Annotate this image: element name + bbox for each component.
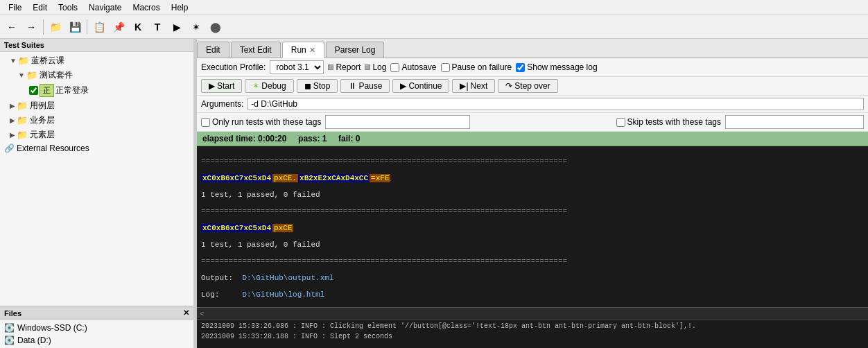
forward-button[interactable]: → [22, 18, 40, 36]
skip-checkbox[interactable] [616, 118, 625, 127]
show-message-label: Show message log [527, 62, 597, 72]
pause-button[interactable]: ⏸ Pause [340, 79, 390, 93]
tree-item-usecase[interactable]: ▶ 📁 用例层 [1, 98, 192, 113]
main-layout: Test Suites ▼ 📁 蓝桥云课 ▼ 📁 测试套件 [0, 39, 868, 348]
pass-count: pass: 1 [298, 134, 327, 143]
menu-bar: File Edit Tools Navigate Macros Help [0, 0, 868, 15]
tree-item-element[interactable]: ▶ 📁 元素层 [1, 128, 192, 142]
toolbar-sep-1 [43, 19, 44, 35]
test-checkbox[interactable] [29, 86, 38, 95]
drive-icon: 💽 [4, 336, 15, 345]
k-button[interactable]: K [129, 18, 147, 36]
only-run-tags-input[interactable] [325, 115, 470, 129]
exec-profile-select[interactable]: robot 3.1 [270, 60, 324, 74]
drive-icon: 💽 [4, 323, 15, 333]
files-item-c[interactable]: 💽 Windows-SSD (C:) [4, 322, 189, 334]
tags-row: Only run tests with these tags Skip test… [197, 113, 868, 132]
folder-icon: 📁 [17, 101, 28, 111]
show-message-checkbox[interactable] [516, 63, 525, 72]
start-button[interactable]: ▶ Start [201, 79, 242, 93]
next-label: Next [471, 81, 488, 91]
pause-icon: ⏸ [348, 81, 356, 91]
output-line-pass1: 1 test, 1 passed, 0 failed [201, 191, 864, 199]
log-indicator [365, 64, 370, 70]
autosave-label: Autosave [401, 62, 436, 72]
tab-run-close[interactable]: ✕ [309, 46, 315, 55]
star-button[interactable]: ✶ [187, 18, 205, 36]
close-files-icon[interactable]: ✕ [183, 308, 189, 317]
output-log: Log: D:\GitHub\log.html [201, 290, 864, 299]
only-run-checkbox-label[interactable]: Only run tests with these tags [201, 117, 321, 127]
toolbar-sep-2 [87, 19, 87, 35]
continue-label: Continue [408, 81, 442, 91]
pin-button[interactable]: 📌 [110, 18, 128, 36]
menu-tools[interactable]: Tools [53, 1, 83, 14]
open-folder-button[interactable]: 📁 [46, 18, 64, 36]
play-button[interactable]: ▶ [168, 18, 186, 36]
skip-checkbox-label[interactable]: Skip tests with these tags [616, 117, 721, 127]
report-label: Report [336, 62, 361, 72]
tree-item-external[interactable]: 🔗 External Resources [1, 142, 192, 155]
t-button[interactable]: T [148, 18, 166, 36]
tab-edit[interactable]: Edit [197, 42, 229, 58]
show-message-checkbox-label[interactable]: Show message log [516, 62, 597, 72]
tree-item-testsuit[interactable]: ▼ 📁 测试套件 [1, 68, 192, 82]
pause-label: Pause [358, 81, 382, 91]
only-run-label: Only run tests with these tags [212, 117, 321, 127]
output-area[interactable]: ========================================… [197, 146, 868, 307]
menu-navigate[interactable]: Navigate [83, 1, 127, 14]
step-over-label: Step over [514, 81, 550, 91]
menu-edit[interactable]: Edit [27, 1, 53, 14]
folder-icon: 📁 [26, 70, 37, 80]
tab-run[interactable]: Run ✕ [282, 42, 324, 58]
scroll-left-arrow[interactable]: < [200, 309, 204, 317]
circle-button[interactable]: ⬤ [207, 18, 225, 36]
autosave-checkbox[interactable] [390, 63, 399, 72]
tree-label: 蓝桥云课 [31, 55, 64, 67]
pause-checkbox[interactable] [441, 63, 450, 72]
drive-label: Data (D:) [17, 336, 51, 345]
exec-profile-label: Execution Profile: [201, 62, 266, 72]
args-input[interactable] [248, 98, 864, 110]
pause-label: Pause on failure [452, 62, 512, 72]
stop-button[interactable]: ◼ Stop [297, 79, 338, 93]
autosave-checkbox-label[interactable]: Autosave [390, 62, 436, 72]
menu-macros[interactable]: Macros [127, 1, 165, 14]
continue-button[interactable]: ▶ Continue [392, 79, 449, 93]
tree-label: External Resources [17, 143, 89, 153]
tree-item-bluebridge[interactable]: ▼ 📁 蓝桥云课 [1, 53, 192, 68]
clipboard-button[interactable]: 📋 [90, 18, 108, 36]
pause-checkbox-label[interactable]: Pause on failure [441, 62, 512, 72]
buttons-row: ▶ Start ✶ Debug ◼ Stop ⏸ Pause ▶ Continu… [197, 77, 868, 96]
arrow-icon: ▶ [10, 102, 15, 110]
tab-text-edit-label: Text Edit [240, 45, 272, 55]
output-line-hex1: xC0xB6xC7xC5xD4pxCE.xB2xE2xCAxD4xCC=xFE [201, 174, 864, 182]
back-button[interactable]: ← [3, 18, 21, 36]
continue-icon: ▶ [400, 81, 406, 91]
debug-button[interactable]: ✶ Debug [245, 79, 293, 93]
tree-label: 元素层 [30, 129, 55, 141]
menu-help[interactable]: Help [166, 1, 194, 14]
skip-tags-input[interactable] [725, 115, 864, 129]
save-button[interactable]: 💾 [66, 18, 84, 36]
tab-parser-log[interactable]: Parser Log [326, 42, 385, 58]
tab-text-edit[interactable]: Text Edit [231, 42, 281, 58]
step-over-button[interactable]: ↷ Step over [498, 79, 557, 93]
tab-parser-log-label: Parser Log [335, 45, 376, 55]
tree-item-business[interactable]: ▶ 📁 业务层 [1, 113, 192, 128]
test-suites-header: Test Suites [0, 39, 193, 52]
start-label: Start [217, 81, 234, 91]
tabs-bar: Edit Text Edit Run ✕ Parser Log [197, 39, 868, 58]
tree-item-normal-login[interactable]: 正 正常登录 [1, 82, 192, 98]
tree-label: 用例层 [30, 100, 55, 112]
files-content: 💽 Windows-SSD (C:) 💽 Data (D:) [0, 320, 193, 348]
stop-label: Stop [313, 81, 331, 91]
menu-file[interactable]: File [3, 1, 27, 14]
folder-icon: 📁 [17, 115, 28, 125]
tab-run-label: Run [291, 45, 306, 55]
files-label: Files [4, 309, 21, 317]
only-run-checkbox[interactable] [201, 118, 210, 127]
files-item-d[interactable]: 💽 Data (D:) [4, 334, 189, 347]
next-button[interactable]: ▶| Next [452, 79, 495, 93]
external-icon: 🔗 [4, 143, 15, 153]
